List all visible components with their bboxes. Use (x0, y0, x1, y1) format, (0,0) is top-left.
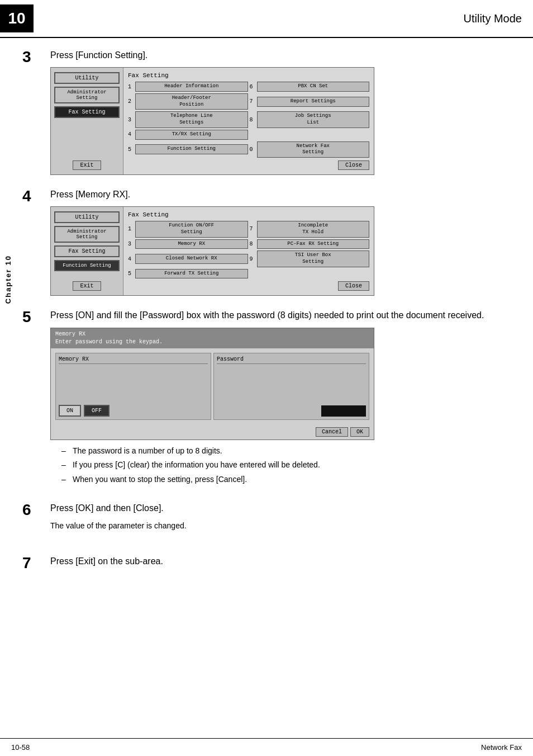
panel-buttons: ON OFF (59, 399, 208, 417)
side-label-area: Chapter 10 (0, 112, 16, 447)
step-5: 5 Press [ON] and fill the [Password] box… (22, 309, 522, 488)
memory-rx-header: Memory RX Enter password using the keypa… (51, 328, 374, 348)
ok-button[interactable]: OK (350, 427, 369, 437)
function-setting-btn[interactable]: Function Setting (135, 144, 248, 154)
memory-rx-header-line1: Memory RX (55, 330, 369, 338)
step-3-number: 3 (22, 49, 45, 65)
step-6: 6 Press [OK] and then [Close]. The value… (22, 502, 522, 542)
grid-item-0: 0 Network FaxSetting (250, 141, 370, 158)
step-3-label: Press [Function Setting]. (50, 49, 522, 62)
utility-btn-2[interactable]: Utility (54, 211, 120, 223)
closed-network-rx-btn[interactable]: Closed Network RX (135, 254, 248, 264)
bullet-3: When you want to stop the setting, press… (61, 474, 522, 485)
page-footer: 10-58 Network Fax (0, 738, 533, 756)
close-btn-2[interactable]: Close (338, 281, 369, 291)
step-7-label: Press [Exit] on the sub-area. (50, 555, 522, 568)
function-setting-sidebar-btn[interactable]: Function Setting (54, 260, 120, 271)
off-button[interactable]: OFF (84, 405, 110, 417)
fax-setting-btn-1[interactable]: Fax Setting (54, 106, 120, 118)
admin-setting-btn-1[interactable]: AdministratorSetting (54, 87, 120, 103)
admin-setting-btn-2[interactable]: AdministratorSetting (54, 226, 120, 243)
fax-setting-btn-2[interactable]: Fax Setting (54, 245, 120, 257)
utility-btn-1[interactable]: Utility (54, 72, 120, 84)
chapter-number: 10 (0, 4, 34, 32)
step-7-number: 7 (22, 555, 45, 571)
memory-rx-left-panel: Memory RX ON OFF (55, 353, 211, 420)
func-grid-item-empty (250, 269, 370, 279)
grid-item-1: 1 Header Information (128, 82, 248, 92)
chapter-label: Chapter 10 (4, 255, 12, 304)
job-settings-btn[interactable]: Job SettingsList (257, 111, 370, 127)
header-footer-btn[interactable]: Header/FooterPosition (135, 93, 248, 110)
step-4-number: 4 (22, 188, 45, 204)
step-4-label: Press [Memory RX]. (50, 188, 522, 201)
cancel-button[interactable]: Cancel (316, 427, 348, 437)
step-3: 3 Press [Function Setting]. Utility Admi… (22, 49, 522, 175)
step-5-content: Press [ON] and fill the [Password] box w… (50, 309, 522, 488)
step-6-label: Press [OK] and then [Close]. (50, 502, 522, 514)
fax-setting-title: Fax Setting (128, 72, 369, 79)
ui-sidebar-1: Utility AdministratorSetting Fax Setting… (51, 68, 123, 174)
func-grid-item-7: 7 IncompleteTX Hold (250, 221, 370, 237)
grid-item-7: 7 Report Settings (250, 93, 370, 110)
footer-left: 10-58 (11, 743, 30, 752)
empty-btn-2 (257, 272, 370, 276)
page-header: 10 Utility Mode (0, 0, 533, 38)
ui-sidebar-2: Utility AdministratorSetting Fax Setting… (51, 207, 123, 295)
footer-right: Network Fax (481, 743, 522, 752)
function-setting-title: Fax Setting (128, 211, 369, 218)
header-info-btn[interactable]: Header Information (135, 82, 248, 92)
ui-main-1: Fax Setting 1 Header Information 6 PBX C… (123, 68, 374, 174)
txrx-setting-btn[interactable]: TX/RX Setting (135, 130, 248, 140)
memory-rx-btn[interactable]: Memory RX (135, 239, 248, 249)
memory-rx-body: Memory RX ON OFF Password (51, 348, 374, 424)
step-5-number: 5 (22, 309, 45, 325)
telephone-line-btn[interactable]: Telephone LineSettings (135, 111, 248, 127)
memory-rx-screenshot: Memory RX Enter password using the keypa… (50, 328, 374, 440)
grid-item-3: 3 Telephone LineSettings (128, 111, 248, 127)
func-grid-item-9: 9 TSI User BoxSetting (250, 251, 370, 267)
ui-main-2: Fax Setting 1 Function ON/OFFSetting 7 I… (123, 207, 374, 295)
main-content: 3 Press [Function Setting]. Utility Admi… (22, 38, 522, 583)
step-7-content: Press [Exit] on the sub-area. (50, 555, 522, 573)
pbx-cn-set-btn[interactable]: PBX CN Set (257, 82, 370, 92)
empty-btn-1 (257, 133, 370, 136)
header-title: Utility Mode (464, 12, 522, 25)
func-grid-item-1: 1 Function ON/OFFSetting (128, 221, 248, 237)
step-3-content: Press [Function Setting]. Utility Admini… (50, 49, 522, 175)
report-settings-btn[interactable]: Report Settings (257, 97, 370, 107)
network-fax-setting-btn[interactable]: Network FaxSetting (257, 141, 370, 158)
step-6-body: The value of the parameter is changed. (50, 520, 522, 532)
ui-screenshot-fax-setting: Utility AdministratorSetting Fax Setting… (50, 67, 374, 175)
bullet-2: If you press [C] (clear) the information… (61, 460, 522, 471)
step-4: 4 Press [Memory RX]. Utility Administrat… (22, 188, 522, 296)
grid-item-2: 2 Header/FooterPosition (128, 93, 248, 110)
memory-rx-right-panel: Password (213, 353, 369, 420)
grid-item-6: 6 PBX CN Set (250, 82, 370, 92)
pc-fax-rx-btn[interactable]: PC-Fax RX Setting (257, 239, 370, 249)
func-grid-item-3: 3 Memory RX (128, 239, 248, 249)
close-btn-1[interactable]: Close (338, 160, 369, 170)
func-grid-item-5: 5 Forward TX Setting (128, 269, 248, 279)
func-grid-item-8: 8 PC-Fax RX Setting (250, 239, 370, 249)
exit-btn-1[interactable]: Exit (73, 160, 101, 170)
right-panel-title: Password (217, 356, 366, 364)
exit-btn-2[interactable]: Exit (73, 281, 101, 291)
tsi-user-box-btn[interactable]: TSI User BoxSetting (257, 251, 370, 267)
fax-setting-grid: 1 Header Information 6 PBX CN Set 2 Head… (128, 82, 369, 158)
grid-item-8: 8 Job SettingsList (250, 111, 370, 127)
grid-item-5: 5 Function Setting (128, 141, 248, 158)
incomplete-tx-hold-btn[interactable]: IncompleteTX Hold (257, 221, 370, 237)
memory-rx-header-line2: Enter password using the keypad. (55, 338, 369, 346)
step-7: 7 Press [Exit] on the sub-area. (22, 555, 522, 583)
forward-tx-btn[interactable]: Forward TX Setting (135, 269, 248, 279)
on-button[interactable]: ON (59, 405, 81, 417)
memory-rx-footer: Cancel OK (51, 424, 374, 440)
bullet-1: The password is a number of up to 8 digi… (61, 446, 522, 457)
step-6-content: Press [OK] and then [Close]. The value o… (50, 502, 522, 532)
step-5-bullets: The password is a number of up to 8 digi… (61, 446, 522, 485)
password-input-box[interactable] (321, 405, 366, 417)
func-onoff-btn[interactable]: Function ON/OFFSetting (135, 221, 248, 237)
step-6-number: 6 (22, 502, 45, 518)
step-4-content: Press [Memory RX]. Utility Administrator… (50, 188, 522, 296)
